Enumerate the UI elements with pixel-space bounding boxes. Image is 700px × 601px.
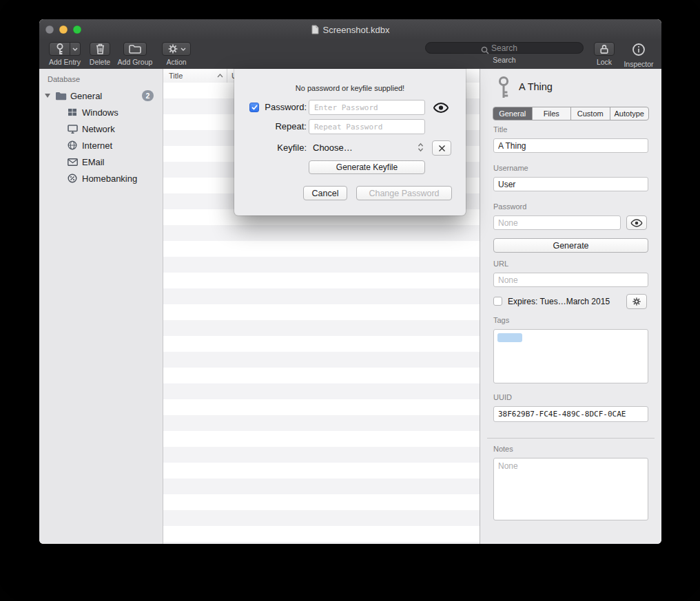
sidebar-item-label: Internet xyxy=(82,140,163,151)
eye-icon xyxy=(433,103,449,113)
password-checkbox[interactable] xyxy=(249,103,259,112)
expires-settings-button[interactable] xyxy=(626,294,647,309)
expires-checkbox[interactable] xyxy=(493,297,502,306)
lock-label: Lock xyxy=(592,58,617,66)
change-password-sheet: No password or keyfile supplied! Passwor… xyxy=(234,69,466,215)
entry-title: A Thing xyxy=(519,81,553,92)
password-label: Password xyxy=(493,202,526,211)
url-field[interactable] xyxy=(493,273,648,287)
sidebar-item-general[interactable]: General 2 xyxy=(39,87,163,104)
close-icon xyxy=(438,145,446,152)
generate-password-button[interactable]: Generate xyxy=(493,238,648,253)
sidebar-item-windows[interactable]: Windows xyxy=(39,104,163,120)
column-title-label: Title xyxy=(169,72,183,80)
group-count-badge: 2 xyxy=(142,90,154,101)
sidebar-item-label: Network xyxy=(82,124,163,134)
clear-keyfile-button[interactable] xyxy=(432,140,451,156)
inspector-toggle-button[interactable]: Inspector xyxy=(618,42,659,68)
eye-icon xyxy=(630,219,643,227)
add-entry-main-segment[interactable] xyxy=(49,42,70,56)
disclosure-triangle-icon[interactable] xyxy=(45,94,50,98)
window-title-area: Screenshot.kdbx xyxy=(39,19,661,40)
title-label: Title xyxy=(493,125,507,134)
sidebar-header: Database xyxy=(39,69,163,87)
action-label: Action xyxy=(161,58,192,66)
add-group-label: Add Group xyxy=(114,58,156,66)
tags-label: Tags xyxy=(493,316,509,324)
uuid-label: UUID xyxy=(493,393,512,401)
expires-label: Expires: Tues…March 2015 xyxy=(508,294,610,309)
delete-button[interactable]: Delete xyxy=(88,42,112,66)
gear-icon xyxy=(632,297,641,306)
network-icon xyxy=(66,125,79,134)
delete-bezel[interactable] xyxy=(90,42,110,56)
chevron-down-icon xyxy=(181,48,186,51)
email-icon xyxy=(66,158,79,166)
toolbar: Add Entry Delete Add G xyxy=(39,40,661,70)
trash-icon xyxy=(95,43,105,55)
sidebar-item-email[interactable]: EMail xyxy=(39,154,163,170)
popup-stepper-icon[interactable] xyxy=(417,143,424,152)
sidebar-item-label: General xyxy=(70,91,142,101)
search-input[interactable] xyxy=(425,42,584,54)
lock-icon xyxy=(599,43,610,55)
tag-chip[interactable] xyxy=(497,333,522,342)
change-password-button[interactable]: Change Password xyxy=(356,186,452,200)
delete-label: Delete xyxy=(88,58,112,66)
add-group-button[interactable]: Add Group xyxy=(114,42,156,66)
lock-bezel[interactable] xyxy=(594,42,615,56)
chevron-down-icon xyxy=(72,48,78,51)
sidebar-item-label: EMail xyxy=(82,157,163,167)
add-group-bezel[interactable] xyxy=(123,42,147,56)
sort-ascending-icon xyxy=(217,74,223,78)
repeat-input[interactable] xyxy=(309,119,425,134)
uuid-field[interactable] xyxy=(493,406,648,422)
title-field[interactable] xyxy=(493,138,648,153)
screen-backdrop: Screenshot.kdbx xyxy=(0,0,700,601)
notes-label: Notes xyxy=(493,445,513,453)
reveal-password-button[interactable] xyxy=(431,101,451,114)
username-field[interactable] xyxy=(493,177,648,191)
app-window: Screenshot.kdbx xyxy=(39,19,661,544)
cancel-button[interactable]: Cancel xyxy=(303,186,347,200)
check-icon xyxy=(251,105,258,110)
generate-keyfile-button[interactable]: Generate Keyfile xyxy=(309,160,425,174)
homebanking-icon xyxy=(66,173,79,183)
sidebar-item-network[interactable]: Network xyxy=(39,120,163,137)
inspector-panel: A Thing General Files Custom Autotype Ti… xyxy=(480,69,661,544)
sidebar: Database General 2 xyxy=(39,69,163,544)
action-bezel[interactable] xyxy=(162,42,191,56)
password-label: Password: xyxy=(260,100,307,115)
add-entry-dropdown[interactable] xyxy=(70,42,81,56)
window-title: Screenshot.kdbx xyxy=(323,25,390,35)
document-proxy-icon xyxy=(311,25,319,34)
sidebar-item-label: Homebanking xyxy=(82,173,163,184)
keyfile-label: Keyfile: xyxy=(260,140,307,156)
search-caption: Search xyxy=(425,56,584,64)
sidebar-item-homebanking[interactable]: Homebanking xyxy=(39,170,163,187)
action-button[interactable]: Action xyxy=(161,42,192,66)
inspector-tabs: General Files Custom Autotype xyxy=(493,107,649,120)
reveal-password-button[interactable] xyxy=(626,215,647,230)
tab-general[interactable]: General xyxy=(493,107,532,120)
keyfile-popup[interactable]: Choose… xyxy=(313,140,423,156)
tab-custom[interactable]: Custom xyxy=(570,107,610,120)
lock-button[interactable]: Lock xyxy=(592,42,617,66)
sidebar-item-label: Windows xyxy=(82,107,163,118)
sidebar-item-internet[interactable]: Internet xyxy=(39,137,163,154)
password-field[interactable] xyxy=(493,215,621,230)
password-input[interactable] xyxy=(309,100,425,115)
inspector-label: Inspector xyxy=(618,60,659,68)
tags-field[interactable] xyxy=(493,329,648,383)
tab-files[interactable]: Files xyxy=(532,107,571,120)
add-entry-button[interactable]: Add Entry xyxy=(45,42,85,66)
add-group-folder-icon xyxy=(129,44,141,54)
column-header-title[interactable]: Title xyxy=(163,69,227,83)
tab-autotype[interactable]: Autotype xyxy=(610,107,649,120)
url-label: URL xyxy=(493,260,508,268)
search-group: Search xyxy=(425,42,584,64)
folder-icon xyxy=(54,92,67,101)
notes-field[interactable] xyxy=(493,458,648,520)
entry-key-icon xyxy=(497,76,511,99)
titlebar[interactable]: Screenshot.kdbx xyxy=(39,19,661,40)
